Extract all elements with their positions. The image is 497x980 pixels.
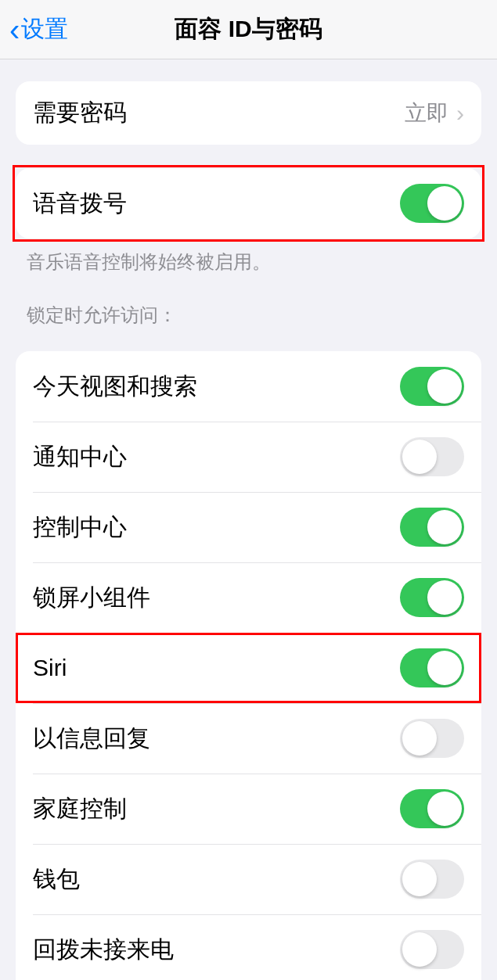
lock-item-toggle[interactable] bbox=[400, 367, 464, 406]
page-title: 面容 ID与密码 bbox=[0, 13, 497, 45]
row-require-passcode[interactable]: 需要密码 立即 › bbox=[16, 81, 481, 145]
lock-item-label: 以信息回复 bbox=[33, 723, 150, 755]
group-lock-access: 今天视图和搜索通知中心控制中心锁屏小组件Siri以信息回复家庭控制钱包回拨未接来… bbox=[16, 351, 481, 980]
lock-item-toggle[interactable] bbox=[400, 930, 464, 969]
row-lock-item: Siri bbox=[16, 633, 481, 703]
lock-item-label: 控制中心 bbox=[33, 512, 127, 544]
lock-item-toggle[interactable] bbox=[400, 648, 464, 687]
section-header-lock-access: 锁定时允许访问： bbox=[27, 303, 470, 328]
row-lock-item: 锁屏小组件 bbox=[16, 562, 481, 633]
lock-item-label: 家庭控制 bbox=[33, 793, 127, 825]
lock-item-toggle[interactable] bbox=[400, 508, 464, 547]
lock-item-label: Siri bbox=[33, 655, 67, 681]
voice-dial-toggle[interactable] bbox=[400, 184, 464, 223]
row-voice-dial: 语音拨号 bbox=[16, 168, 481, 239]
row-right: 立即 › bbox=[405, 99, 464, 128]
chevron-left-icon: ‹ bbox=[9, 14, 20, 45]
require-passcode-label: 需要密码 bbox=[33, 97, 127, 129]
lock-item-toggle[interactable] bbox=[400, 578, 464, 617]
lock-item-label: 钱包 bbox=[33, 863, 80, 896]
row-lock-item: 通知中心 bbox=[16, 422, 481, 492]
lock-item-label: 锁屏小组件 bbox=[33, 582, 150, 614]
lock-item-label: 通知中心 bbox=[33, 441, 127, 473]
row-lock-item: 以信息回复 bbox=[16, 703, 481, 774]
voice-dial-label: 语音拨号 bbox=[33, 188, 127, 220]
row-lock-item: 家庭控制 bbox=[16, 774, 481, 844]
lock-item-toggle[interactable] bbox=[400, 860, 464, 899]
row-lock-item: 控制中心 bbox=[16, 492, 481, 562]
content: 需要密码 立即 › 语音拨号 音乐语音控制将始终被启用。 锁定时允许访问： 今天… bbox=[0, 81, 497, 980]
navbar: ‹ 设置 面容 ID与密码 bbox=[0, 0, 497, 59]
back-label: 设置 bbox=[21, 13, 68, 45]
group-require-passcode: 需要密码 立即 › bbox=[16, 81, 481, 145]
back-button[interactable]: ‹ 设置 bbox=[0, 13, 68, 45]
lock-item-toggle[interactable] bbox=[400, 789, 464, 828]
row-lock-item: 今天视图和搜索 bbox=[16, 351, 481, 422]
require-passcode-value: 立即 bbox=[405, 99, 448, 128]
row-lock-item: 钱包 bbox=[16, 844, 481, 914]
lock-item-label: 今天视图和搜索 bbox=[33, 371, 197, 403]
chevron-right-icon: › bbox=[456, 100, 464, 127]
lock-item-toggle[interactable] bbox=[400, 719, 464, 758]
row-lock-item: 回拨未接来电 bbox=[16, 914, 481, 980]
voice-dial-footer: 音乐语音控制将始终被启用。 bbox=[27, 249, 470, 275]
lock-item-label: 回拨未接来电 bbox=[33, 934, 174, 966]
group-voice-dial: 语音拨号 bbox=[16, 168, 481, 239]
lock-item-toggle[interactable] bbox=[400, 437, 464, 476]
